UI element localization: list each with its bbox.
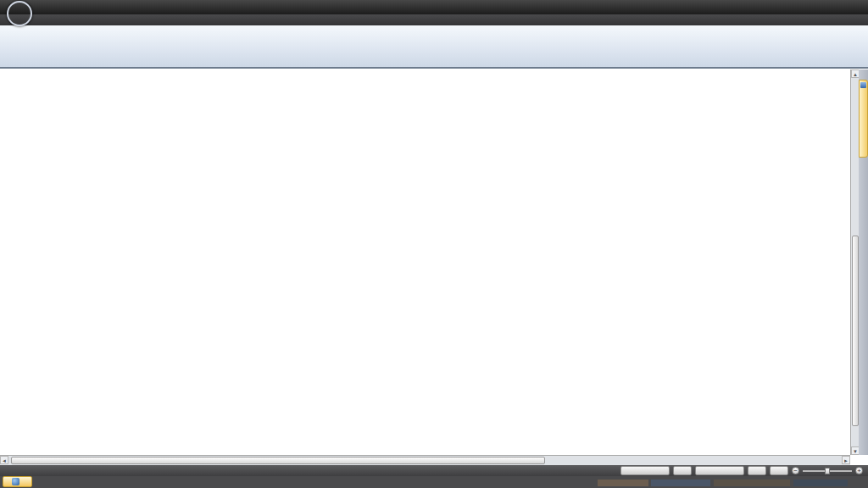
zoom-out-icon[interactable]: − <box>792 467 799 474</box>
project-explorer-tab[interactable] <box>859 80 868 158</box>
desktop-fragment <box>598 480 648 486</box>
scroll-left-icon[interactable]: ◄ <box>0 456 8 464</box>
desktop-fragment <box>651 480 710 486</box>
status-segment-blank2 <box>695 466 744 475</box>
vertical-scrollbar[interactable]: ▲ ▼ <box>850 69 859 455</box>
project-explorer-icon <box>860 82 866 88</box>
desktop-fragment <box>714 480 790 486</box>
horizontal-scroll-thumb[interactable] <box>11 457 545 464</box>
zoom-in-icon[interactable]: + <box>855 467 863 474</box>
ribbon-toolbar <box>0 25 868 69</box>
side-panel-strip <box>859 69 868 455</box>
status-zoom-level[interactable] <box>770 466 788 475</box>
status-simulation-pace[interactable] <box>748 466 766 475</box>
menu-bar <box>0 14 868 25</box>
application-logo-icon <box>7 1 32 26</box>
zoom-slider-handle[interactable] <box>825 468 830 474</box>
bottom-bar <box>0 476 868 488</box>
message-explorer-tab[interactable] <box>3 476 32 487</box>
desktop-fragment <box>793 480 848 486</box>
zoom-slider-track[interactable] <box>803 470 852 472</box>
status-rst-timer[interactable] <box>673 466 692 475</box>
horizontal-scrollbar[interactable]: ◄ ► <box>0 455 850 465</box>
application-window: ▲ ▼ ◄ ► − + <box>0 0 868 488</box>
message-explorer-icon <box>12 478 19 485</box>
status-segment-blank1 <box>620 466 670 475</box>
status-bar: − + <box>0 465 868 476</box>
vertical-scroll-thumb[interactable] <box>852 236 859 426</box>
diagram-canvas[interactable] <box>0 69 850 455</box>
schematic-svg <box>0 69 850 455</box>
scroll-right-icon[interactable]: ► <box>842 456 850 464</box>
zoom-slider[interactable]: − + <box>792 467 863 474</box>
title-bar <box>0 0 868 14</box>
